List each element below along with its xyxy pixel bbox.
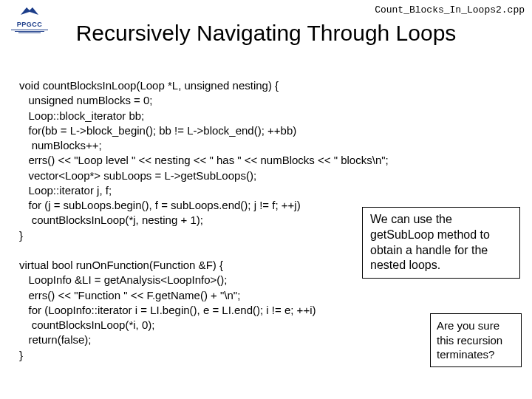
callout-recursion-question: Are you sure this recursion terminates? [430, 313, 522, 367]
logo-text: PPGCC [7, 21, 52, 28]
filename-label: Count_Blocks_In_Loops2.cpp [375, 4, 525, 16]
logo-bird-icon [7, 4, 52, 21]
callout-getsubloop: We can use the getSubLoop method to obta… [362, 207, 520, 279]
logo-bars [7, 30, 52, 33]
code-block: void countBlocksInLoop(Loop *L, unsigned… [19, 78, 389, 363]
logo: PPGCC [7, 4, 52, 33]
